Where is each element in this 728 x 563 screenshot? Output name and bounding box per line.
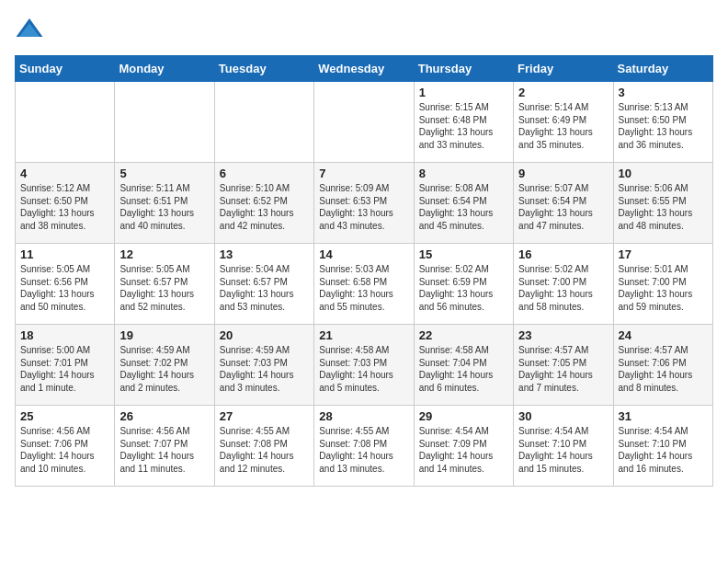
day-info: Sunrise: 4:59 AM Sunset: 7:03 PM Dayligh… [220,344,309,394]
calendar-cell: 2Sunrise: 5:14 AM Sunset: 6:49 PM Daylig… [514,82,613,163]
weekday-header-monday: Monday [115,56,214,82]
page-header [15,15,713,44]
weekday-header-friday: Friday [514,56,613,82]
day-info: Sunrise: 4:58 AM Sunset: 7:04 PM Dayligh… [419,344,508,394]
calendar-cell: 3Sunrise: 5:13 AM Sunset: 6:50 PM Daylig… [613,82,712,163]
day-info: Sunrise: 5:02 AM Sunset: 7:00 PM Dayligh… [518,263,608,313]
day-info: Sunrise: 4:56 AM Sunset: 7:06 PM Dayligh… [20,425,109,475]
calendar-cell: 25Sunrise: 4:56 AM Sunset: 7:06 PM Dayli… [16,406,115,487]
day-number: 30 [518,409,608,423]
day-info: Sunrise: 5:05 AM Sunset: 6:57 PM Dayligh… [119,263,209,313]
calendar-cell [214,82,313,163]
day-number: 1 [419,86,508,99]
calendar-cell: 13Sunrise: 5:04 AM Sunset: 6:57 PM Dayli… [214,244,313,325]
day-info: Sunrise: 5:04 AM Sunset: 6:57 PM Dayligh… [220,263,309,313]
week-row-4: 18Sunrise: 5:00 AM Sunset: 7:01 PM Dayli… [16,325,713,406]
calendar-cell: 16Sunrise: 5:02 AM Sunset: 7:00 PM Dayli… [514,244,613,325]
calendar-cell: 23Sunrise: 4:57 AM Sunset: 7:05 PM Dayli… [514,325,613,406]
day-number: 5 [119,167,209,180]
day-info: Sunrise: 4:54 AM Sunset: 7:10 PM Dayligh… [619,425,708,475]
weekday-header-sunday: Sunday [16,56,115,82]
day-number: 29 [419,409,508,423]
day-number: 14 [319,247,408,261]
weekday-header-saturday: Saturday [613,56,712,82]
calendar-cell: 22Sunrise: 4:58 AM Sunset: 7:04 PM Dayli… [414,325,513,406]
day-info: Sunrise: 5:08 AM Sunset: 6:54 PM Dayligh… [419,182,508,232]
day-number: 7 [319,167,408,180]
calendar-cell: 27Sunrise: 4:55 AM Sunset: 7:08 PM Dayli… [214,406,313,487]
weekday-header-tuesday: Tuesday [214,56,313,82]
calendar-cell: 20Sunrise: 4:59 AM Sunset: 7:03 PM Dayli… [214,325,313,406]
calendar-cell: 1Sunrise: 5:15 AM Sunset: 6:48 PM Daylig… [414,82,513,163]
calendar-cell: 19Sunrise: 4:59 AM Sunset: 7:02 PM Dayli… [115,325,214,406]
day-number: 28 [319,409,408,423]
day-number: 19 [119,328,209,342]
day-info: Sunrise: 4:54 AM Sunset: 7:10 PM Dayligh… [518,425,608,475]
day-number: 12 [119,247,209,261]
day-info: Sunrise: 5:03 AM Sunset: 6:58 PM Dayligh… [319,263,408,313]
day-info: Sunrise: 4:57 AM Sunset: 7:06 PM Dayligh… [619,344,708,394]
day-info: Sunrise: 4:55 AM Sunset: 7:08 PM Dayligh… [319,425,408,475]
week-row-5: 25Sunrise: 4:56 AM Sunset: 7:06 PM Dayli… [16,406,713,487]
calendar-cell: 9Sunrise: 5:07 AM Sunset: 6:54 PM Daylig… [514,163,613,244]
day-number: 4 [20,167,109,180]
logo [15,15,48,44]
logo-icon [15,15,44,44]
day-info: Sunrise: 4:55 AM Sunset: 7:08 PM Dayligh… [220,425,309,475]
day-number: 23 [518,328,608,342]
calendar-cell: 14Sunrise: 5:03 AM Sunset: 6:58 PM Dayli… [314,244,414,325]
day-number: 11 [20,247,109,261]
day-info: Sunrise: 5:07 AM Sunset: 6:54 PM Dayligh… [518,182,608,232]
calendar-cell [115,82,214,163]
calendar-cell: 29Sunrise: 4:54 AM Sunset: 7:09 PM Dayli… [414,406,513,487]
day-number: 24 [619,328,708,342]
day-info: Sunrise: 5:11 AM Sunset: 6:51 PM Dayligh… [119,182,209,232]
day-number: 22 [419,328,508,342]
calendar-cell: 17Sunrise: 5:01 AM Sunset: 7:00 PM Dayli… [613,244,712,325]
day-number: 17 [619,247,708,261]
calendar-cell: 10Sunrise: 5:06 AM Sunset: 6:55 PM Dayli… [613,163,712,244]
day-info: Sunrise: 5:02 AM Sunset: 6:59 PM Dayligh… [419,263,508,313]
day-info: Sunrise: 4:57 AM Sunset: 7:05 PM Dayligh… [518,344,608,394]
day-number: 15 [419,247,508,261]
day-info: Sunrise: 5:06 AM Sunset: 6:55 PM Dayligh… [619,182,708,232]
week-row-3: 11Sunrise: 5:05 AM Sunset: 6:56 PM Dayli… [16,244,713,325]
day-info: Sunrise: 4:54 AM Sunset: 7:09 PM Dayligh… [419,425,508,475]
calendar-cell: 31Sunrise: 4:54 AM Sunset: 7:10 PM Dayli… [613,406,712,487]
calendar-cell: 12Sunrise: 5:05 AM Sunset: 6:57 PM Dayli… [115,244,214,325]
calendar-cell: 7Sunrise: 5:09 AM Sunset: 6:53 PM Daylig… [314,163,414,244]
day-info: Sunrise: 5:13 AM Sunset: 6:50 PM Dayligh… [619,101,708,151]
calendar-cell: 21Sunrise: 4:58 AM Sunset: 7:03 PM Dayli… [314,325,414,406]
day-number: 25 [20,409,109,423]
day-number: 18 [20,328,109,342]
day-number: 26 [119,409,209,423]
day-number: 10 [619,167,708,180]
day-info: Sunrise: 4:56 AM Sunset: 7:07 PM Dayligh… [119,425,209,475]
day-number: 2 [518,86,608,99]
calendar-cell: 18Sunrise: 5:00 AM Sunset: 7:01 PM Dayli… [16,325,115,406]
day-number: 8 [419,167,508,180]
calendar-cell: 15Sunrise: 5:02 AM Sunset: 6:59 PM Dayli… [414,244,513,325]
day-number: 27 [220,409,309,423]
day-info: Sunrise: 5:01 AM Sunset: 7:00 PM Dayligh… [619,263,708,313]
day-number: 6 [220,167,309,180]
calendar-cell: 11Sunrise: 5:05 AM Sunset: 6:56 PM Dayli… [16,244,115,325]
day-number: 20 [220,328,309,342]
calendar-cell: 28Sunrise: 4:55 AM Sunset: 7:08 PM Dayli… [314,406,414,487]
calendar-cell: 26Sunrise: 4:56 AM Sunset: 7:07 PM Dayli… [115,406,214,487]
day-info: Sunrise: 4:59 AM Sunset: 7:02 PM Dayligh… [119,344,209,394]
day-info: Sunrise: 5:00 AM Sunset: 7:01 PM Dayligh… [20,344,109,394]
calendar-cell [16,82,115,163]
calendar-table: SundayMondayTuesdayWednesdayThursdayFrid… [15,55,713,487]
day-info: Sunrise: 5:15 AM Sunset: 6:48 PM Dayligh… [419,101,508,151]
calendar-cell: 6Sunrise: 5:10 AM Sunset: 6:52 PM Daylig… [214,163,313,244]
calendar-cell: 30Sunrise: 4:54 AM Sunset: 7:10 PM Dayli… [514,406,613,487]
day-number: 3 [619,86,708,99]
day-number: 13 [220,247,309,261]
day-info: Sunrise: 5:09 AM Sunset: 6:53 PM Dayligh… [319,182,408,232]
week-row-1: 1Sunrise: 5:15 AM Sunset: 6:48 PM Daylig… [16,82,713,163]
day-number: 9 [518,167,608,180]
weekday-header-row: SundayMondayTuesdayWednesdayThursdayFrid… [16,56,713,82]
calendar-cell: 8Sunrise: 5:08 AM Sunset: 6:54 PM Daylig… [414,163,513,244]
calendar-cell: 5Sunrise: 5:11 AM Sunset: 6:51 PM Daylig… [115,163,214,244]
